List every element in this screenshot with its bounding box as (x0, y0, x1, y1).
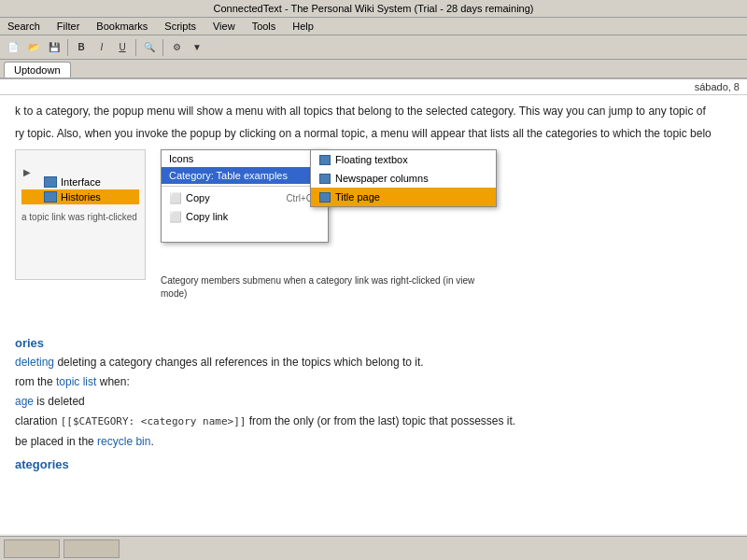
link-topiclist[interactable]: topic list (56, 375, 96, 388)
context-submenu: Floating textbox Newspaper columns Title… (310, 149, 497, 207)
title-text: ConnectedText - The Personal Wiki System… (214, 3, 534, 14)
titlepage-icon (318, 190, 331, 203)
tree-label-interface: Interface (61, 176, 101, 188)
link-recycle[interactable]: recycle bin (97, 435, 150, 448)
status-date: sábado, 8 (695, 81, 740, 92)
menu-bookmarks[interactable]: Bookmarks (92, 20, 151, 33)
ctx-label-copy: Copy (186, 192, 210, 203)
thumbnail-2[interactable] (63, 539, 120, 558)
toolbar-open[interactable]: 📂 (24, 38, 43, 57)
para-declaration: claration [[$CATEGORY: <category name>]]… (15, 413, 732, 430)
toolbar-separator-2 (135, 39, 136, 56)
tab-bar: Uptodown (0, 60, 747, 79)
copy-icon: ⬜ (169, 191, 182, 204)
menu-filter[interactable]: Filter (53, 20, 83, 33)
ctx-item-category[interactable]: Category: Table examples ▶ (162, 167, 328, 184)
ctx-item-copy[interactable]: ⬜ Copy Ctrl+C (162, 189, 328, 207)
content-sections: ories deleting deleting a category chang… (15, 336, 732, 471)
tree-node-interface[interactable]: Interface (21, 175, 139, 189)
screenshot-area: ▶ Interface Histories a topic link was r… (15, 149, 732, 280)
ctx-sub-label-newspaper: Newspaper columns (335, 173, 429, 184)
tree-caption: a topic link was right-clicked (16, 208, 145, 226)
para-recycle: be placed in the recycle bin. (15, 433, 732, 450)
thumbnail-1[interactable] (4, 539, 60, 558)
code-declaration: [[$CATEGORY: <category name>]] (61, 415, 247, 427)
ctx-label-icons: Icons (169, 153, 193, 164)
toolbar-new[interactable]: 📄 (4, 38, 22, 57)
menu-tools[interactable]: Tools (248, 20, 280, 33)
text-deleting: deleting a category changes all referenc… (57, 356, 423, 369)
tree-node-histories[interactable]: Histories (21, 189, 139, 204)
screenshot-caption: Category members submenu when a category… (161, 274, 497, 301)
menu-bar: Search Filter Bookmarks Scripts View Too… (0, 18, 747, 35)
link-deleting[interactable]: deleting (15, 356, 54, 369)
floating-icon (318, 153, 331, 166)
para-deleting: deleting deleting a category changes all… (15, 354, 732, 371)
tree-arrow: ▶ (23, 167, 31, 177)
ctx-sub-item-newspaper[interactable]: Newspaper columns (311, 169, 496, 188)
tree-panel: ▶ Interface Histories a topic link was r… (15, 149, 146, 280)
ctx-label-copylink: Copy link (186, 211, 228, 222)
doc-icon-interface (44, 176, 57, 188)
menu-scripts[interactable]: Scripts (161, 20, 200, 33)
main-content: k to a category, the popup menu will sho… (0, 95, 747, 534)
intro-text-1: k to a category, the popup menu will sho… (15, 103, 732, 119)
status-line: sábado, 8 (0, 79, 747, 95)
ctx-sub-item-titlepage[interactable]: Title page (311, 188, 496, 206)
bottom-bar (0, 536, 747, 560)
toolbar-italic[interactable]: I (92, 38, 111, 57)
toolbar-search[interactable]: 🔍 (140, 38, 159, 57)
link-page[interactable]: age (15, 395, 34, 408)
context-menu-backdrop: Icons ▶ Category: Table examples ▶ ⬜ Cop… (161, 149, 329, 243)
ctx-label-category: Category: Table examples (169, 170, 288, 181)
toolbar-underline[interactable]: U (113, 38, 132, 57)
newspaper-icon (318, 172, 331, 185)
tab-uptodown[interactable]: Uptodown (4, 62, 71, 77)
context-menu-area: Icons ▶ Category: Table examples ▶ ⬜ Cop… (161, 149, 515, 280)
menu-help[interactable]: Help (289, 20, 317, 33)
intro-text-2: ry topic. Also, when you invoke the popu… (15, 125, 732, 142)
toolbar-separator-3 (162, 39, 163, 56)
toolbar: 📄 📂 💾 B I U 🔍 ⚙ ▼ (0, 35, 747, 60)
menu-search[interactable]: Search (4, 20, 44, 33)
toolbar-extra2[interactable]: ▼ (188, 38, 206, 57)
toolbar-extra1[interactable]: ⚙ (167, 38, 186, 57)
toolbar-separator-1 (67, 39, 68, 56)
section-heading-ories: ories (15, 336, 732, 350)
menu-view[interactable]: View (209, 20, 239, 33)
toolbar-save[interactable]: 💾 (45, 38, 63, 57)
ctx-separator (162, 186, 328, 187)
ctx-sub-label-floating: Floating textbox (335, 154, 408, 165)
ctx-item-copylink[interactable]: ⬜ Copy link (162, 207, 328, 226)
copylink-icon: ⬜ (169, 210, 182, 223)
ctx-sub-item-floating[interactable]: Floating textbox (311, 150, 496, 169)
toolbar-bold[interactable]: B (72, 38, 91, 57)
ctx-shortcut-copy: Ctrl+C (286, 193, 313, 203)
doc-icon-histories (44, 191, 57, 203)
tree-label-histories: Histories (61, 191, 101, 203)
section-heading-ategories: ategories (15, 457, 732, 471)
para-topiclist: rom the topic list when: (15, 373, 732, 390)
ctx-sub-label-titlepage: Title page (335, 191, 380, 203)
title-bar: ConnectedText - The Personal Wiki System… (0, 0, 747, 18)
ctx-item-icons[interactable]: Icons ▶ (162, 150, 328, 167)
para-deleted: age is deleted (15, 393, 732, 410)
